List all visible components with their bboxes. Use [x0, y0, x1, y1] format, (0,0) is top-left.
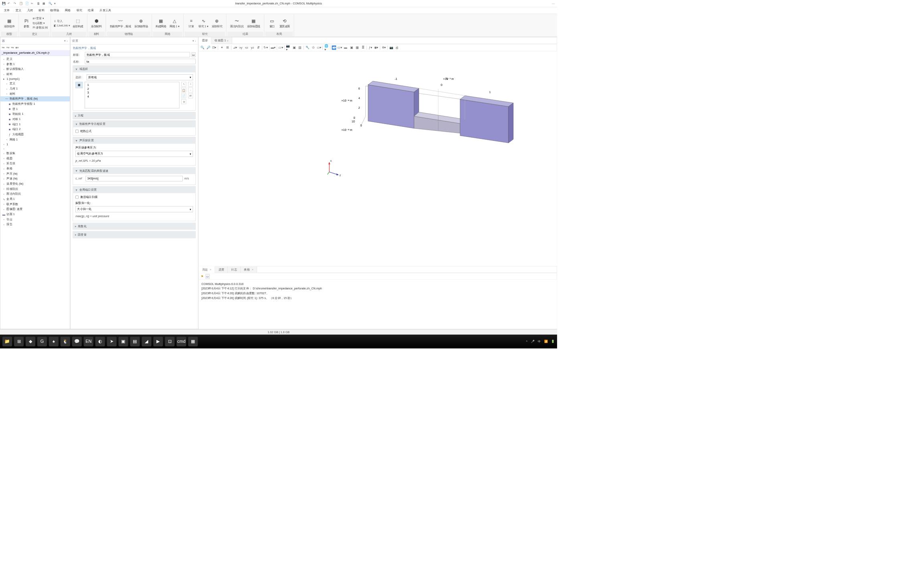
tree-item[interactable]: ◦导出 — [0, 217, 70, 222]
tb-g[interactable]: ◀▾ — [332, 45, 336, 50]
menu-geometry[interactable]: 几何 — [25, 8, 36, 14]
ribbon-item[interactable]: ▦添加绘图组 — [246, 18, 261, 28]
cut-icon[interactable]: ✂ — [31, 2, 35, 6]
menu-study[interactable]: 研究 — [74, 8, 85, 14]
center-icon[interactable]: ✦ — [220, 45, 224, 50]
tree-item[interactable]: ◦几何 1 — [0, 86, 70, 92]
domain-list[interactable]: 1 2 3 4 — [85, 82, 179, 108]
taskbar-app[interactable]: 🐧 — [61, 337, 70, 346]
tree-item[interactable]: ◦视图 — [0, 156, 70, 161]
ribbon-item[interactable]: 〰热黏性声学，频域 — [109, 18, 132, 28]
taskbar-app[interactable]: ➤ — [107, 337, 117, 346]
extent-icon[interactable]: ⊞ — [225, 45, 230, 50]
ribbon-item[interactable]: ▭窗口 — [267, 18, 277, 28]
tree-item[interactable]: ◦默认模型输入 — [0, 67, 70, 72]
section-header[interactable]: ▼声压级设置 — [73, 137, 195, 144]
taskbar-app[interactable]: ◆ — [26, 337, 35, 346]
ribbon-item[interactable]: △网格 1 ▾ — [169, 18, 180, 28]
graphics-canvas[interactable]: ×10⁻³ m -1 0 1 ×10⁻⁴ m 6 4 2 ×10⁻⁴ m 0 1… — [199, 51, 557, 266]
xz-icon[interactable]: xz — [245, 45, 249, 50]
ribbon-item[interactable]: ⟲重置桌面 — [278, 18, 291, 28]
tree-item[interactable]: ◦数据集 — [0, 151, 70, 156]
tb-n[interactable]: ◉▾ — [374, 45, 379, 50]
taskbar-app[interactable]: ⊞ — [14, 337, 24, 346]
tb-c[interactable]: 🔧 — [305, 45, 310, 50]
tb-j[interactable]: ▣ — [349, 45, 354, 50]
menu-material[interactable]: 材料 — [36, 8, 47, 14]
msg-tb-1[interactable]: ⚑ — [201, 275, 204, 278]
menu-devtools[interactable]: 开发工具 — [97, 8, 113, 14]
ribbon-item[interactable]: ⬚全部构建 — [71, 18, 84, 28]
tab-progress[interactable]: 进度 — [215, 266, 228, 273]
tree-item[interactable]: ■壁 1 — [0, 106, 70, 112]
paste-icon[interactable]: 📄 — [25, 2, 29, 6]
tb-b[interactable]: ▨ — [298, 45, 302, 50]
section-header[interactable]: ▼完美匹配层的典型波速 — [73, 167, 195, 174]
section-header[interactable]: ▼热黏性声学方程设置 — [73, 121, 195, 127]
menu-results[interactable]: 结果 — [85, 8, 96, 14]
find-icon[interactable]: 🔍 — [49, 2, 53, 6]
section-header[interactable]: ▸因变量 — [73, 231, 195, 238]
tb-m[interactable]: ƒ▾ — [368, 45, 373, 50]
system-tray[interactable]: ^🎤中📶🔋 — [526, 340, 555, 344]
tb-a[interactable]: ▣ — [292, 45, 296, 50]
section-header[interactable]: ▸离散化 — [73, 223, 195, 229]
tb-f[interactable]: 🌐▾ — [324, 45, 329, 50]
tree-item[interactable]: ◦转移阻抗 — [0, 186, 70, 191]
tab-graphics[interactable]: 图形 — [199, 37, 211, 44]
port-scan-chk[interactable]: 激活端口扫描 — [75, 195, 193, 199]
taskbar-app[interactable]: cmd — [176, 337, 186, 346]
tb-k[interactable]: ▦ — [355, 45, 359, 50]
tree-item[interactable]: ■对称 1 — [0, 117, 70, 122]
sel-btn-3[interactable]: 📄 — [181, 94, 186, 98]
ribbon-item[interactable]: ▦构建网格 — [155, 18, 167, 28]
print-icon[interactable]: 🖨 — [395, 45, 399, 50]
copy-icon[interactable]: 📋 — [19, 2, 23, 6]
redo-icon[interactable]: ↷ — [14, 2, 18, 6]
taskbar-app[interactable]: G — [37, 337, 47, 346]
undo-icon[interactable]: ↶ — [8, 2, 12, 6]
section-header[interactable]: ▼全局端口设置 — [73, 187, 195, 193]
tab-convergence[interactable]: 收敛图 1× — [211, 37, 232, 44]
cref-input[interactable] — [85, 176, 182, 181]
tab-log[interactable]: 日志 — [228, 266, 241, 273]
sel-toggle-icon[interactable]: ⇄ — [188, 94, 193, 98]
checkbox-row[interactable]: 绝热公式 — [75, 129, 193, 133]
tree-item[interactable]: ◦派生值 — [0, 161, 70, 166]
delete-icon[interactable]: 🗑 — [37, 2, 41, 6]
taskbar-app[interactable]: ▦ — [188, 337, 198, 346]
ribbon-item[interactable]: Pi参数 — [22, 18, 31, 28]
ribbon-stack[interactable]: ⇩ 导入◧ LiveLink ▾ — [54, 19, 70, 27]
tb-e[interactable]: ▭▾ — [317, 45, 321, 50]
taskbar-app[interactable]: ♠ — [49, 337, 59, 346]
yz-icon[interactable]: yz — [250, 45, 255, 50]
taskbar-app[interactable]: EN — [84, 337, 93, 346]
tree-tb-4[interactable]: ■▾ — [16, 46, 19, 49]
sel-add-icon[interactable]: + — [188, 82, 193, 87]
menu-define[interactable]: 定义 — [13, 8, 24, 14]
taskbar-app[interactable]: ▤ — [130, 337, 140, 346]
tree-item[interactable]: ◦面法向阻抗 — [0, 191, 70, 197]
close-icon[interactable]: × — [210, 268, 211, 271]
taskbar-app[interactable]: 💬 — [72, 337, 82, 346]
menu-file[interactable]: 文件 — [2, 8, 12, 14]
domain-select-dropdown[interactable]: 所有域▾ — [87, 74, 193, 80]
tree-item[interactable]: ◦参数 1 — [0, 61, 70, 67]
norm-dropdown[interactable]: 大小归一化▾ — [75, 206, 193, 212]
tree-item[interactable]: ■初始值 1 — [0, 112, 70, 117]
flip-icon[interactable]: ⇵ — [256, 45, 261, 50]
tree-item[interactable]: ◦吸声系数 — [0, 201, 70, 207]
label-edit-icon[interactable]: ▭ — [192, 52, 196, 57]
menu-physics[interactable]: 物理场 — [48, 8, 61, 14]
sel-remove-icon[interactable]: − — [188, 88, 193, 92]
tree-item[interactable]: ◦温度变化 (ta) — [0, 181, 70, 187]
tree-item[interactable]: ◦网格 1 — [0, 137, 70, 142]
model-file-tab[interactable]: _impedance_perforate.zh_CN.mph (r — [0, 50, 70, 56]
tree-item[interactable]: ■端口 2 — [0, 127, 70, 132]
tab-table[interactable]: 表格× — [241, 266, 257, 273]
tree-item[interactable]: ◦1 — [0, 142, 70, 147]
xy-icon[interactable]: xy — [239, 45, 243, 50]
tb-o[interactable]: ✲▾ — [382, 45, 386, 50]
tree-item[interactable]: ■端口 1 — [0, 122, 70, 127]
taskbar-app[interactable]: ▣ — [118, 337, 128, 346]
